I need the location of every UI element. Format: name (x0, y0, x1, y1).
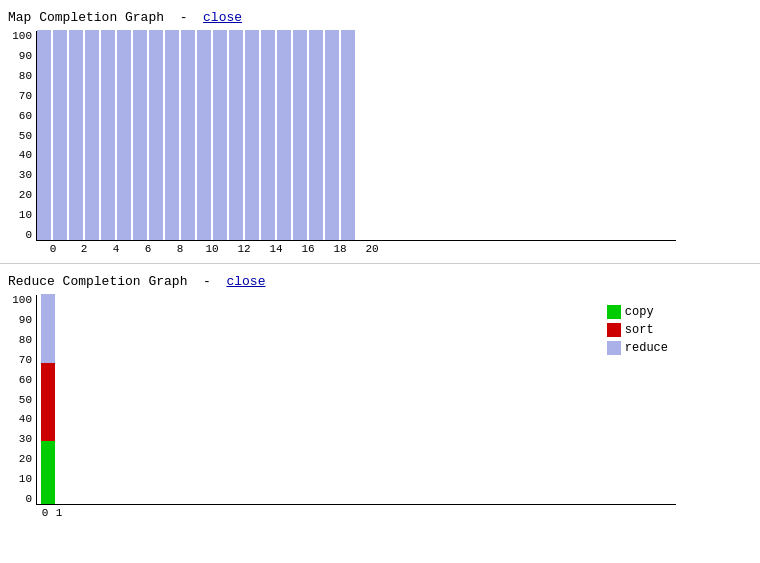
legend-copy-label: copy (625, 305, 654, 319)
legend-reduce-color (607, 341, 621, 355)
map-bar (181, 30, 195, 240)
legend-sort-color (607, 323, 621, 337)
reduce-y-axis: 0 10 20 30 40 50 60 70 80 90 100 (8, 295, 36, 505)
map-y-axis: 0 10 20 30 40 50 60 70 80 90 100 (8, 31, 36, 241)
map-bar (325, 30, 339, 240)
map-bars (37, 30, 367, 240)
map-section: Map Completion Graph - close 0 10 20 30 … (0, 0, 760, 263)
sort-segment (41, 363, 55, 441)
map-bar (149, 30, 163, 240)
reduce-title: Reduce Completion Graph - close (8, 274, 752, 289)
map-bar (213, 30, 227, 240)
reduce-title-text: Reduce Completion Graph (8, 274, 187, 289)
map-bar (85, 30, 99, 240)
reduce-stacked-bar (41, 294, 55, 504)
map-bar (53, 30, 67, 240)
map-chart-container: 0 10 20 30 40 50 60 70 80 90 100 (8, 31, 752, 255)
map-bar (117, 30, 131, 240)
reduce-close-link[interactable]: close (226, 274, 265, 289)
map-bar (245, 30, 259, 240)
reduce-chart-container: 0 10 20 30 40 50 60 70 80 90 100 (8, 295, 752, 519)
map-bar (69, 30, 83, 240)
map-bar (309, 30, 323, 240)
map-bar (37, 30, 51, 240)
reduce-section: Reduce Completion Graph - close 0 10 20 … (0, 264, 760, 527)
legend-reduce: reduce (607, 341, 668, 355)
map-x-axis: 0 2 4 6 8 10 12 14 16 18 20 (36, 243, 676, 255)
legend-copy-color (607, 305, 621, 319)
reduce-x-axis: 0 1 (36, 507, 676, 519)
map-chart-plot (36, 31, 676, 241)
reduce-legend: copy sort reduce (607, 305, 668, 355)
map-bar (277, 30, 291, 240)
legend-reduce-label: reduce (625, 341, 668, 355)
reduce-chart-plot: copy sort reduce (36, 295, 676, 505)
map-bar (101, 30, 115, 240)
map-title-text: Map Completion Graph (8, 10, 164, 25)
map-bar (261, 30, 275, 240)
reduce-chart-area: copy sort reduce 0 1 (36, 295, 752, 519)
map-bar (229, 30, 243, 240)
legend-sort-label: sort (625, 323, 654, 337)
map-bar (197, 30, 211, 240)
legend-copy: copy (607, 305, 668, 319)
map-chart-area: 0 2 4 6 8 10 12 14 16 18 20 (36, 31, 752, 255)
map-bar (165, 30, 179, 240)
map-title: Map Completion Graph - close (8, 10, 752, 25)
map-bar (133, 30, 147, 240)
legend-sort: sort (607, 323, 668, 337)
map-close-link[interactable]: close (203, 10, 242, 25)
copy-segment (41, 441, 55, 504)
map-bar (341, 30, 355, 240)
map-bar (293, 30, 307, 240)
